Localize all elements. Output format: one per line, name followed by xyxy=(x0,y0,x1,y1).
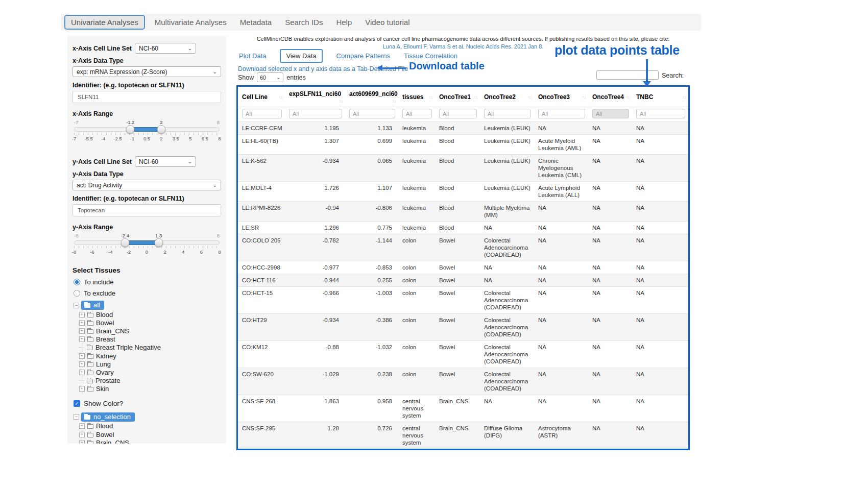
tree-item-blood[interactable]: +Blood xyxy=(79,310,218,319)
tree-root-no-selection[interactable]: no_selection xyxy=(81,412,135,422)
table-row[interactable]: CO:HCT-15-0.966-1.003colonBowelColorecta… xyxy=(238,287,688,314)
table-row[interactable]: LE:MOLT-41.7261.107leukemiaBloodLeukemia… xyxy=(238,182,688,202)
table-row[interactable]: CO:COLO 205-0.782-1.144colonBowelColorec… xyxy=(238,234,688,261)
tree-item-brain-cns[interactable]: +Brain_CNS xyxy=(79,327,218,335)
filter-input-oncotree3[interactable]: All xyxy=(538,109,585,118)
to-exclude-radio[interactable] xyxy=(74,290,80,297)
x-axis-cell-line-set-select[interactable]: NCI-60 ⌄ xyxy=(135,43,196,54)
slider-handle-low[interactable] xyxy=(120,238,129,247)
tab-plot-data[interactable]: Plot Data xyxy=(239,52,266,60)
table-row[interactable]: CO:HCT-116-0.9440.255colonBowelNANANANA xyxy=(238,274,688,287)
filter-input-expslfn11-nci60[interactable]: All xyxy=(289,109,342,118)
x-axis-data-type-select[interactable]: exp: mRNA Expression (Z-Score) ⌄ xyxy=(73,66,221,77)
table-row[interactable]: LE:SR1.2960.775leukemiaBloodNANANANA xyxy=(238,222,688,234)
search-input[interactable] xyxy=(596,70,659,80)
slider-handle-high[interactable] xyxy=(157,125,166,134)
collapse-icon[interactable]: − xyxy=(74,414,79,420)
x-identifier-input[interactable]: SLFN11 xyxy=(73,91,221,103)
table-row[interactable]: CO:HCC-2998-0.977-0.853colonBowelNANANAN… xyxy=(238,261,688,274)
filter-input-tnbc[interactable]: All xyxy=(636,109,685,118)
sort-icon[interactable]: ↑↓ xyxy=(279,94,282,100)
expand-icon[interactable]: + xyxy=(79,320,85,326)
tree-item-breast-triple-negative[interactable]: Breast Triple Negative xyxy=(79,344,218,352)
expand-icon[interactable]: + xyxy=(79,328,85,334)
to-include-radio[interactable] xyxy=(74,279,80,285)
filter-input-oncotree2[interactable]: All xyxy=(484,109,531,118)
nav-item-metadata[interactable]: Metadata xyxy=(233,15,279,30)
y-axis-cell-line-set-select[interactable]: NCI-60 ⌄ xyxy=(135,156,196,167)
table-row[interactable]: CO:SW-620-1.0290.238colonBowelColorectal… xyxy=(238,368,688,395)
table-row[interactable]: CNS:SF-2951.280.726central nervous syste… xyxy=(238,422,688,449)
column-header-oncotree4[interactable]: OncoTree4↑↓ xyxy=(588,87,632,107)
download-tab-delimited-link[interactable]: Download selected x and y axis data as a… xyxy=(238,65,408,72)
column-header-oncotree3[interactable]: OncoTree3↑↓ xyxy=(534,87,588,107)
filter-input-act609699-nci60[interactable]: All xyxy=(349,109,395,118)
column-header-cell-line[interactable]: Cell Line↑↓ xyxy=(238,87,285,107)
table-row[interactable]: LE:K-562-0.9340.065leukemiaBloodLeukemia… xyxy=(238,155,688,182)
tree-item-brain-cns[interactable]: +Brain_CNS xyxy=(79,438,218,444)
tab-compare-patterns[interactable]: Compare Patterns xyxy=(336,52,391,60)
column-header-oncotree2[interactable]: OncoTree2↑↓ xyxy=(480,87,534,107)
expand-icon[interactable]: + xyxy=(79,386,85,392)
expand-icon[interactable]: + xyxy=(79,336,85,342)
slider-handle-high[interactable] xyxy=(154,238,163,247)
tree-item-kidney[interactable]: +Kidney xyxy=(79,352,218,360)
tree-item-prostate[interactable]: Prostate xyxy=(79,377,218,385)
y-axis-range-slider[interactable]: -88-2.41.3-8-6-4-202468 xyxy=(74,233,220,258)
y-identifier-input[interactable]: Topotecan xyxy=(73,204,221,216)
sort-icon[interactable]: ↑↓ xyxy=(429,94,432,100)
slider-handle-low[interactable] xyxy=(126,125,135,134)
sort-icon[interactable]: ↑↓ xyxy=(528,94,532,100)
tree-item-bowel[interactable]: +Bowel xyxy=(79,319,218,327)
table-row[interactable]: CO:HT29-0.934-0.386colonBowelColorectal … xyxy=(238,314,688,341)
tree-item-lung[interactable]: +Lung xyxy=(79,360,218,368)
tab-view-data[interactable]: View Data xyxy=(280,49,322,63)
entries-select[interactable]: 60 ⌄ xyxy=(257,72,283,82)
column-header-act609699-nci60[interactable]: act609699_nci60↑↓ xyxy=(345,87,398,107)
nav-item-multivariate-analyses[interactable]: Multivariate Analyses xyxy=(148,15,233,30)
cell-act609699-nci60: 0.775 xyxy=(345,222,398,234)
table-row[interactable]: CO:KM12-0.88-1.032colonBowelColorectal A… xyxy=(238,341,688,368)
column-header-expslfn11-nci60[interactable]: expSLFN11_nci60↑↓ xyxy=(285,87,345,107)
tab-tissue-correlation[interactable]: Tissue Correlation xyxy=(404,52,457,60)
column-header-tnbc[interactable]: TNBC↑↓ xyxy=(632,87,688,107)
tree-item-skin[interactable]: +Skin xyxy=(79,385,218,393)
y-axis-data-type-select[interactable]: act: Drug Activity ⌄ xyxy=(73,180,221,190)
sort-icon[interactable]: ↑↓ xyxy=(392,99,396,104)
expand-icon[interactable]: + xyxy=(79,440,85,444)
collapse-icon[interactable]: − xyxy=(74,303,79,308)
nav-item-search-ids[interactable]: Search IDs xyxy=(278,15,329,30)
tree-root-all[interactable]: all xyxy=(81,301,104,310)
x-axis-range-slider[interactable]: -78-1.22-7-5.5-4-2.5-10.523.556.58 xyxy=(74,119,220,145)
sort-icon[interactable]: ↑↓ xyxy=(582,94,586,100)
table-row[interactable]: LE:HL-60(TB)1.3070.699leukemiaBloodLeuke… xyxy=(238,135,688,155)
filter-input-oncotree1[interactable]: All xyxy=(439,109,477,118)
filter-input-oncotree4[interactable]: All xyxy=(592,109,629,118)
sort-icon[interactable]: ↑↓ xyxy=(682,94,686,100)
column-header-tissues[interactable]: tissues↑↓ xyxy=(398,87,435,107)
table-row[interactable]: LE:CCRF-CEM1.1951.133leukemiaBloodLeukem… xyxy=(238,122,688,135)
table-row[interactable]: CNS:SF-2681.8630.958central nervous syst… xyxy=(238,395,688,422)
expand-icon[interactable]: + xyxy=(79,370,85,375)
nav-item-help[interactable]: Help xyxy=(329,15,358,30)
column-header-oncotree1[interactable]: OncoTree1↑↓ xyxy=(435,87,480,107)
expand-icon[interactable]: + xyxy=(79,353,85,359)
nav-item-univariate-analyses[interactable]: Univariate Analyses xyxy=(64,15,145,30)
sort-icon[interactable]: ↑↓ xyxy=(339,99,343,104)
sort-icon[interactable]: ↑↓ xyxy=(474,94,477,100)
tree-item-blood[interactable]: +Blood xyxy=(79,422,218,430)
expand-icon[interactable]: + xyxy=(79,423,85,429)
expand-icon[interactable]: + xyxy=(79,432,85,437)
select-tissues-title: Select Tissues xyxy=(73,266,221,274)
nav-item-video-tutorial[interactable]: Video tutorial xyxy=(358,15,416,30)
show-color-checkbox[interactable]: ✓ xyxy=(74,400,80,407)
sort-icon[interactable]: ↑↓ xyxy=(626,94,630,100)
expand-icon[interactable]: + xyxy=(79,312,85,318)
table-row[interactable]: LE:RPMI-8226-0.94-0.806leukemiaBloodMult… xyxy=(238,202,688,222)
tree-item-bowel[interactable]: +Bowel xyxy=(79,430,218,438)
filter-input-tissues[interactable]: All xyxy=(402,109,432,118)
tree-item-breast[interactable]: +Breast xyxy=(79,335,218,344)
tree-item-ovary[interactable]: +Ovary xyxy=(79,368,218,376)
filter-input-cell-line[interactable]: All xyxy=(242,109,282,118)
expand-icon[interactable]: + xyxy=(79,361,85,367)
